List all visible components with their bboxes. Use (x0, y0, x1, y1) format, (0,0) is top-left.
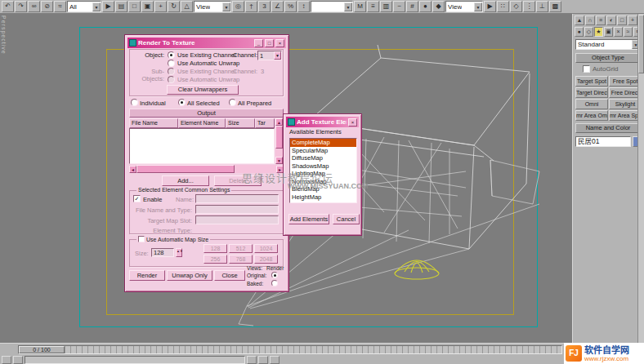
select-by-name-icon[interactable]: ▤ (115, 1, 127, 12)
unlink-selection-icon[interactable]: ⊘ (41, 1, 53, 12)
file-name-field[interactable] (195, 205, 279, 214)
maximize-icon[interactable]: □ (265, 39, 274, 47)
time-track-bar[interactable]: 0 / 100 (18, 345, 562, 354)
object-type-button-mr-area-omni[interactable]: mr Area Omni (575, 110, 608, 121)
scroll-down-icon[interactable]: ▼ (275, 157, 283, 164)
motion-tab-icon[interactable]: ◐ (606, 16, 616, 25)
element-option-completemap[interactable]: CompleteMap (290, 139, 356, 147)
select-and-manipulate-icon[interactable]: † (245, 1, 257, 12)
lights-category-icon[interactable]: ★ (594, 27, 603, 37)
percent-snap-icon[interactable]: % (284, 1, 297, 12)
normal-align-icon[interactable]: ⊥ (536, 1, 548, 12)
close-icon[interactable]: × (275, 39, 284, 47)
add-dialog-title-bar[interactable]: Add Texture Elements × (286, 117, 359, 127)
render-type-combo[interactable]: View▼ (445, 1, 483, 12)
target-map-slot-field[interactable] (195, 215, 279, 224)
name-color-rollout[interactable]: Name and Color (575, 123, 641, 133)
scrollbar-thumb[interactable] (275, 126, 283, 149)
rtt-title-bar[interactable]: Render To Texture _ □ × (127, 38, 286, 48)
quick-render-icon[interactable]: ▶ (484, 1, 496, 12)
geometry-category-icon[interactable]: ● (575, 27, 584, 37)
schematic-view-icon[interactable]: # (406, 1, 418, 12)
element-option-shadowsmap[interactable]: ShadowsMap (290, 162, 356, 171)
element-option-heightmap[interactable]: HeightMap (290, 193, 356, 202)
hierarchy-tab-icon[interactable]: ≡ (596, 16, 606, 25)
object-name-field[interactable]: 民居01 (575, 136, 631, 147)
time-slider[interactable]: 0 / 100 (19, 346, 65, 353)
mirror-icon[interactable]: M (354, 1, 366, 12)
render-scene-icon[interactable]: ◆ (432, 1, 445, 12)
layer-manager-icon[interactable]: ▥ (380, 1, 392, 12)
add-button[interactable]: Add... (162, 175, 209, 186)
cancel-button[interactable]: Cancel (333, 214, 360, 224)
color-clipboard-icon[interactable]: ▩ (549, 1, 561, 12)
snap-toggle-icon[interactable]: 3 (258, 1, 271, 12)
grid-toggle[interactable] (247, 356, 257, 364)
light-type-dropdown[interactable]: Standard ▼ (575, 39, 641, 50)
output-rollout[interactable]: Output (129, 109, 284, 118)
size-button-512[interactable]: 512 (229, 244, 253, 253)
column-header-size[interactable]: Size (226, 118, 255, 128)
scroll-up-icon[interactable]: ▲ (275, 118, 283, 126)
object-type-button-free-direct[interactable]: Free Direct (609, 87, 642, 98)
object-type-rollout[interactable]: Object Type (575, 53, 641, 63)
create-tab-icon[interactable]: ▲ (575, 16, 584, 25)
bind-to-spacewarp-icon[interactable]: ≈ (54, 1, 66, 12)
undo-icon[interactable]: ↶ (2, 1, 14, 12)
absolute-mode-toggle[interactable] (13, 356, 23, 364)
add-elements-button[interactable]: Add Elements (288, 214, 329, 224)
cameras-category-icon[interactable]: ▣ (604, 27, 613, 37)
render-button[interactable]: Render (129, 270, 165, 281)
scrollbar-thumb[interactable] (136, 165, 235, 173)
column-header-element-name[interactable]: Element Name (178, 118, 226, 128)
enable-checkbox[interactable]: ✓ (133, 195, 141, 202)
size-button-1024[interactable]: 1024 (254, 244, 278, 253)
align-icon[interactable]: ≡ (367, 1, 379, 12)
close-button[interactable]: Close (214, 270, 245, 281)
autogrid-checkbox[interactable] (583, 65, 590, 73)
size-button-128[interactable]: 128 (203, 244, 227, 253)
size-button-768[interactable]: 768 (229, 255, 253, 264)
object-type-button-omni[interactable]: Omni (575, 99, 608, 109)
column-header-file-name[interactable]: File Name (129, 118, 178, 128)
time-tag-button[interactable] (258, 356, 268, 364)
close-icon[interactable]: × (348, 118, 357, 127)
size-button-2048[interactable]: 2048 (254, 255, 278, 264)
unwrap-only-button[interactable]: Unwrap Only (167, 270, 212, 281)
select-and-link-icon[interactable]: ∞ (28, 1, 40, 12)
use-existing-channel-radio[interactable] (168, 51, 175, 59)
chevron-down-icon[interactable]: ▼ (344, 2, 352, 11)
chevron-down-icon[interactable]: ▼ (474, 2, 482, 11)
selection-region-icon[interactable]: □ (128, 1, 141, 12)
channel-dropdown[interactable]: 1 ▼ (257, 51, 282, 60)
sub-use-automatic-unwrap-radio[interactable] (168, 76, 175, 83)
all-prepared-radio[interactable] (229, 99, 236, 106)
panel-scrollbar-thumb[interactable] (638, 15, 644, 73)
material-editor-icon[interactable]: ● (419, 1, 432, 12)
spinner-snap-icon[interactable]: ↕ (297, 1, 310, 12)
array-icon[interactable]: ∷ (497, 1, 509, 12)
views-baked-radio[interactable] (271, 280, 278, 286)
curve-editor-icon[interactable]: ~ (393, 1, 405, 12)
snapshot-icon[interactable]: ◇ (510, 1, 522, 12)
individual-radio[interactable] (131, 99, 138, 106)
angle-snap-icon[interactable]: ∠ (271, 1, 284, 12)
auto-map-size-checkbox[interactable] (138, 236, 145, 242)
object-type-button-skylight[interactable]: Skylight (609, 99, 642, 109)
object-type-button-target-spot[interactable]: Target Spot (575, 76, 608, 87)
all-selected-radio[interactable] (178, 99, 186, 106)
select-object-icon[interactable]: ▶ (102, 1, 114, 12)
select-and-rotate-icon[interactable]: ↻ (168, 1, 180, 12)
object-type-button-target-direct[interactable]: Target Direct (575, 87, 608, 98)
use-pivot-center-icon[interactable]: ◎ (232, 1, 244, 12)
modify-tab-icon[interactable]: ∩ (585, 16, 595, 25)
selection-lock-toggle[interactable] (2, 356, 11, 364)
size-button-256[interactable]: 256 (203, 255, 227, 264)
spacewarps-category-icon[interactable]: ≈ (624, 27, 633, 37)
clear-unwrappers-button[interactable]: Clear Unwrappers (167, 85, 239, 95)
dome-wireframe-model[interactable] (395, 260, 439, 279)
element-name-field[interactable] (195, 194, 279, 203)
size-field[interactable]: 128 (151, 248, 174, 257)
object-type-button-free-spot[interactable]: Free Spot (609, 76, 642, 87)
reference-coordinate-combo[interactable]: View▼ (194, 1, 231, 12)
